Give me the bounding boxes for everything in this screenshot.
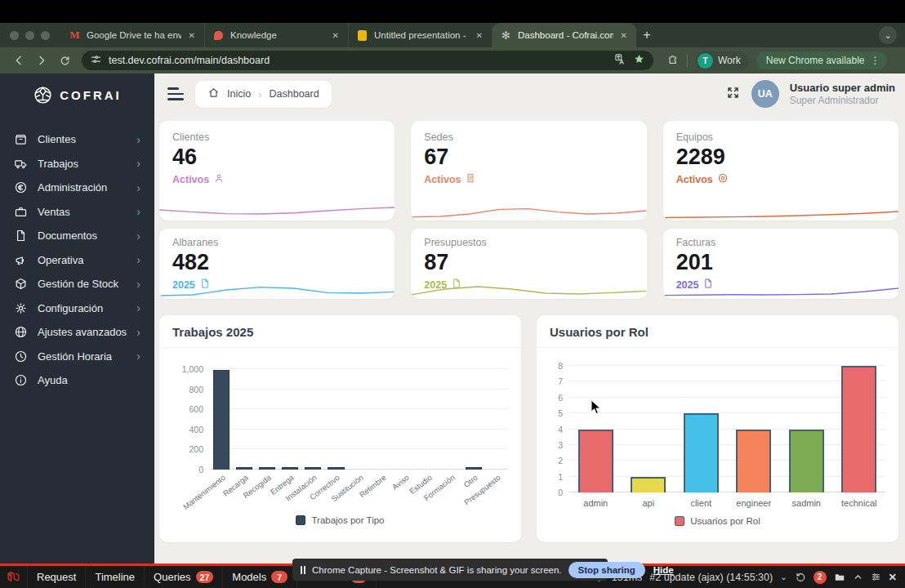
app-logo[interactable]: COFRAI (0, 74, 154, 116)
browser-tab-untitled-presentatio[interactable]: Untitled presentation - Prese✕ (349, 23, 493, 47)
bar-admin[interactable] (578, 430, 613, 493)
folder-icon[interactable] (834, 572, 845, 583)
bookmark-star-icon[interactable] (633, 53, 645, 68)
bar-slot (833, 366, 886, 492)
sidebar-item-ayuda[interactable]: Ayuda (0, 368, 154, 393)
debugbar-tab-models[interactable]: Models7 (223, 566, 297, 588)
browser-tab-knowledge[interactable]: Knowledge✕ (205, 23, 349, 47)
tab-close-icon[interactable]: ✕ (331, 31, 341, 40)
y-tick-label: 6 (530, 393, 563, 403)
debugbar-tab-timeline[interactable]: Timeline (86, 566, 145, 588)
y-tick-label: 8 (530, 361, 563, 371)
y-tick-label: 0 (530, 488, 563, 497)
address-bar[interactable]: test.dev.cofrai.com/main/dashboard (82, 51, 653, 70)
collapse-icon[interactable] (853, 572, 863, 582)
breadcrumb-home[interactable]: Inicio (227, 88, 251, 100)
chevron-right-icon: › (136, 158, 140, 169)
site-settings-icon[interactable] (90, 53, 102, 68)
home-icon[interactable] (207, 87, 220, 101)
fullscreen-icon[interactable] (725, 85, 741, 104)
minimize-window-icon[interactable] (25, 31, 34, 40)
forward-icon[interactable] (31, 50, 52, 71)
user-info[interactable]: Usuario super admin Super Administrador (790, 82, 895, 106)
stat-card-subtitle[interactable]: Activos (424, 172, 633, 186)
stop-sharing-button[interactable]: Stop sharing (568, 562, 645, 578)
bar-client[interactable] (684, 413, 719, 492)
browser-menu-icon[interactable]: ⋮ (871, 55, 880, 66)
laravel-icon[interactable] (0, 566, 28, 588)
bar-slot (347, 369, 370, 470)
close-window-icon[interactable] (10, 31, 19, 40)
sidebar-item-trabajos[interactable]: Trabajos› (0, 152, 154, 176)
stat-card-subtitle[interactable]: Activos (172, 172, 381, 186)
slides-favicon-icon (356, 29, 368, 42)
chrome-update-button[interactable]: New Chrome available ⋮ (756, 51, 887, 69)
x-tick-label: technical (833, 498, 886, 508)
chevron-down-icon[interactable]: ⌄ (780, 572, 787, 581)
debugbar-tab-label: Request (37, 571, 76, 583)
sidebar-item-ajustes-avanzados[interactable]: Ajustes avanzados› (0, 320, 154, 345)
sidebar-item-operativa[interactable]: Operativa› (0, 248, 154, 273)
bar-mantenimiento[interactable] (213, 370, 230, 470)
sidebar-item-configuracion[interactable]: Configuración› (0, 296, 154, 321)
tab-close-icon[interactable]: ✕ (475, 31, 484, 40)
archive-icon (14, 132, 28, 146)
maximize-window-icon[interactable] (41, 31, 50, 40)
chevron-right-icon: › (136, 182, 140, 194)
back-icon[interactable] (8, 50, 29, 71)
reload-icon[interactable] (54, 50, 75, 71)
x-tick: Presupuesto (485, 470, 508, 514)
user-avatar[interactable]: UA (751, 80, 779, 108)
tab-search-button[interactable]: ⌄ (879, 26, 897, 44)
sidebar-item-gestion-de-stock[interactable]: Gestión de Stock› (0, 272, 154, 296)
chart-legend[interactable]: Trabajos por Tipo (159, 515, 521, 525)
screen-share-banner: Chrome Capture - Screenshot & GIF is sha… (292, 559, 608, 581)
globe-icon (14, 325, 28, 339)
sidebar-item-administracion[interactable]: Administración› (0, 176, 154, 200)
url-text[interactable]: test.dev.cofrai.com/main/dashboard (109, 55, 270, 66)
tab-close-icon[interactable]: ✕ (187, 31, 197, 40)
chart-legend[interactable]: Usuarios por Rol (537, 516, 898, 526)
browser-tab-google-drive-te-ha-e[interactable]: MGoogle Drive te ha enviado u✕ (61, 23, 205, 47)
y-tick-label: 0 (171, 465, 203, 474)
profile-chip[interactable]: T Work (695, 51, 749, 70)
hide-banner-link[interactable]: Hide (653, 565, 674, 575)
bar-api[interactable] (631, 477, 666, 492)
legend-swatch (675, 516, 684, 526)
bar-technical[interactable] (841, 366, 876, 492)
bar-slot (210, 369, 233, 470)
sidebar-item-ventas[interactable]: Ventas› (0, 200, 154, 225)
stat-card-title: Facturas (676, 237, 885, 248)
x-axis-labels: adminapiclientengineersadmintechnical (569, 498, 885, 508)
bar-engineer[interactable] (736, 430, 771, 493)
chrome-update-label: New Chrome available (766, 55, 865, 66)
debugbar-tab-request[interactable]: Request (28, 566, 86, 588)
sidebar-menu: Clientes›Trabajos›Administración›Ventas›… (0, 127, 154, 393)
translate-icon[interactable] (614, 53, 626, 68)
stat-card-sedes: Sedes67Activos (411, 121, 646, 220)
sidebar-toggle-icon[interactable] (167, 87, 184, 100)
sliders-icon[interactable] (871, 572, 881, 582)
stat-card-subtitle[interactable]: Activos (676, 172, 885, 186)
clock-icon (14, 350, 28, 363)
truck-icon (14, 157, 28, 171)
chart-title: Trabajos 2025 (159, 315, 521, 348)
debugbar-tab-queries[interactable]: Queries27 (145, 566, 223, 588)
close-debugbar-icon[interactable]: ✕ (889, 571, 897, 583)
bar-slot (301, 369, 324, 470)
new-tab-button[interactable]: + (636, 24, 658, 46)
sidebar-item-documentos[interactable]: Documentos› (0, 224, 154, 248)
stat-card-title: Presupuestos (424, 237, 633, 248)
window-controls[interactable] (10, 23, 50, 47)
history-icon[interactable] (795, 572, 806, 583)
bar-sadmin[interactable] (789, 430, 824, 493)
doc-icon (14, 229, 28, 243)
debugbar-tab-label: Timeline (95, 571, 135, 583)
stat-card-facturas: Facturas2012025 (663, 229, 898, 299)
sidebar-item-gestion-horaria[interactable]: Gestión Horaria› (0, 345, 154, 369)
bar-slot (417, 369, 439, 470)
tab-close-icon[interactable]: ✕ (619, 31, 629, 40)
sidebar-item-clientes[interactable]: Clientes› (0, 127, 154, 152)
browser-tab-dashboard-cofrai-com[interactable]: ✻Dashboard - Cofrai.com Soft✕ (493, 23, 636, 47)
extensions-icon[interactable] (666, 52, 680, 69)
